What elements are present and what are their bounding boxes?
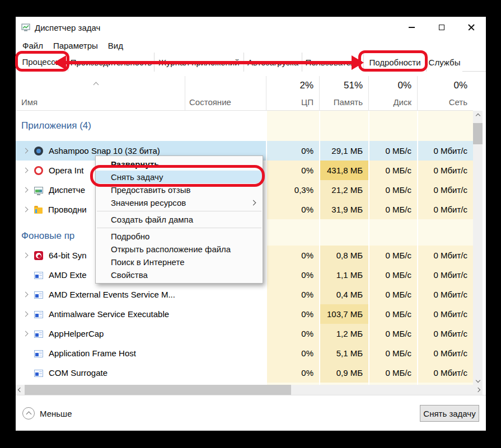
menu-view[interactable]: Вид: [103, 41, 128, 50]
scroll-up-button[interactable]: [473, 111, 483, 120]
maximize-button[interactable]: [427, 17, 456, 38]
close-button[interactable]: [456, 17, 486, 38]
memory-cell: 31,9 МБ: [319, 200, 368, 219]
vertical-scrollbar[interactable]: [473, 111, 483, 385]
network-cell: 0 Мбит/с: [417, 200, 473, 219]
scroll-right-button[interactable]: [474, 385, 483, 395]
expand-chevron-icon[interactable]: [23, 292, 29, 298]
context-menu-item[interactable]: Снять задачу: [96, 171, 263, 183]
expand-chevron-icon[interactable]: [23, 207, 29, 213]
footer-bar: Меньше Снять задачу: [16, 395, 486, 431]
table-row[interactable]: Приложения (4): [16, 111, 473, 141]
process-name: COM Surrogate: [49, 368, 107, 378]
disk-cell: 0 МБ/с: [368, 265, 417, 285]
window-title: Диспетчер задач: [35, 23, 100, 32]
network-cell: 0 Мбит/с: [417, 265, 473, 285]
disk-cell: 0 МБ/с: [368, 200, 417, 219]
tab-Автозагрузка[interactable]: Автозагрузка: [244, 53, 302, 72]
chevron-down-icon: [475, 378, 480, 382]
header-cpu[interactable]: 2% ЦП: [266, 76, 319, 111]
context-menu-item[interactable]: Предоставить отзыв: [96, 183, 263, 196]
process-name: Ashampoo Snap 10 (32 бита): [49, 146, 160, 155]
context-menu-item[interactable]: Открыть расположение файла: [96, 243, 263, 256]
cpu-cell: 0%: [266, 285, 319, 304]
expand-chevron-icon[interactable]: [23, 168, 29, 173]
memory-cell: [319, 219, 368, 226]
default-app-icon: [34, 331, 43, 338]
expand-chevron-icon[interactable]: [23, 312, 29, 317]
table-row[interactable]: COM Surrogate0%0,9 МБ0 МБ/с0 Мбит/с: [16, 363, 473, 383]
table-row[interactable]: AMD External Events Service M...0%0,4 МБ…: [16, 285, 473, 304]
disk-cell: 0 МБ/с: [368, 161, 417, 180]
tab-Производительность[interactable]: Производительность: [68, 53, 154, 72]
disk-cell: 0 МБ/с: [368, 246, 417, 265]
memory-cell: 1,2 МБ: [319, 324, 368, 343]
context-menu-item[interactable]: Свойства: [96, 268, 263, 281]
process-name: AMD Exte: [49, 270, 87, 280]
screenshot-stage: Диспетчер задач Файл Параметры Вид Проце…: [0, 0, 501, 448]
name-cell: AMD External Events Service M...: [16, 285, 185, 304]
context-menu-item[interactable]: Развернуть: [96, 158, 263, 171]
name-cell: Application Frame Host: [16, 343, 185, 363]
menu-options[interactable]: Параметры: [48, 41, 103, 50]
minimize-button[interactable]: [397, 17, 427, 38]
network-cell: [417, 226, 473, 246]
cpu-cell: 0%: [266, 200, 319, 219]
context-menu: РазвернутьСнять задачуПредоставить отзыв…: [95, 155, 263, 284]
horizontal-scrollbar-thumb[interactable]: [25, 385, 291, 395]
expand-chevron-icon[interactable]: [23, 253, 29, 258]
header-memory[interactable]: 51% Память: [319, 76, 368, 111]
process-name: AMD External Events Service M...: [49, 290, 175, 299]
group-title: Приложения (4): [21, 120, 91, 131]
cpu-cell: 0%: [266, 246, 319, 265]
header-name[interactable]: Имя: [16, 76, 185, 111]
horizontal-scrollbar[interactable]: [16, 385, 483, 395]
process-name: Проводни: [48, 205, 87, 214]
menu-file[interactable]: Файл: [17, 41, 48, 50]
table-header: Имя Состояние 2% ЦП 51% Память 0% Диск 0…: [16, 76, 473, 111]
end-task-button[interactable]: Снять задачу: [420, 405, 479, 422]
tab-Пользователи[interactable]: Пользователи: [302, 53, 364, 72]
table-row[interactable]: AppHelperCap0%1,2 МБ0 МБ/с0 Мбит/с: [16, 324, 473, 343]
tab-Журнал приложений[interactable]: Журнал приложений: [154, 53, 244, 72]
cpu-cell: 0%: [266, 324, 319, 343]
status-cell: [185, 285, 266, 304]
memory-cell: [319, 111, 368, 141]
process-name: AppHelperCap: [49, 329, 104, 338]
network-cell: 0 Мбит/с: [417, 363, 473, 383]
expand-chevron-icon[interactable]: [23, 187, 29, 193]
context-menu-item[interactable]: Создать файл дампа: [96, 213, 263, 226]
network-cell: [417, 219, 473, 226]
vertical-scrollbar-thumb[interactable]: [473, 123, 483, 144]
tab-Службы[interactable]: Службы: [427, 53, 462, 72]
process-name: 64-bit Syn: [49, 251, 87, 260]
expand-chevron-icon[interactable]: [23, 331, 29, 337]
header-disk[interactable]: 0% Диск: [368, 76, 417, 111]
memory-cell: 21,2 МБ: [319, 180, 368, 200]
expander-placeholder: [23, 272, 29, 278]
fewer-details-toggle[interactable]: Меньше: [22, 407, 72, 419]
collapse-circle-icon: [22, 407, 35, 419]
header-status[interactable]: Состояние: [185, 76, 266, 111]
table-row[interactable]: Application Frame Host0%5,1 МБ0 МБ/с0 Мб…: [16, 343, 473, 363]
header-network[interactable]: 0% Сеть: [417, 76, 473, 111]
tab-Подробности[interactable]: Подробности: [364, 53, 427, 72]
table-row[interactable]: Antimalware Service Executable0%103,7 МБ…: [16, 304, 473, 324]
default-app-icon: [34, 350, 43, 357]
chevron-up-icon: [475, 113, 480, 117]
expand-chevron-icon[interactable]: [23, 148, 29, 154]
group-title: Фоновые пр: [21, 230, 74, 242]
scroll-left-button[interactable]: [16, 385, 25, 395]
expander-placeholder: [23, 370, 29, 376]
context-menu-item[interactable]: Поиск в Интернете: [96, 256, 263, 268]
scroll-down-button[interactable]: [473, 375, 483, 385]
cpu-cell: 0%: [266, 265, 319, 285]
ashampoo-icon: [34, 147, 43, 155]
cpu-cell: 0%: [266, 161, 319, 180]
context-menu-item[interactable]: Подробно: [96, 230, 263, 243]
status-cell: [185, 111, 266, 141]
name-cell: COM Surrogate: [16, 363, 185, 383]
expander-placeholder: [23, 351, 29, 356]
context-menu-item[interactable]: Значения ресурсов: [96, 196, 263, 209]
tab-Процессы[interactable]: Процессы: [16, 53, 68, 72]
